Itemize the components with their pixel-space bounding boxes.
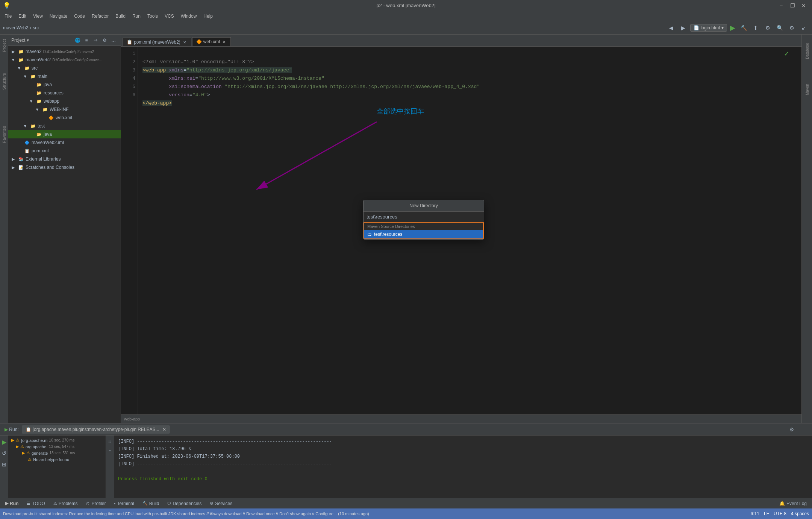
run-tree-item-1[interactable]: ▶ ⚠ org.apache. 13 sec, 547 ms	[10, 443, 104, 450]
suggestion-item-0[interactable]: 🗂 test\resources	[364, 230, 483, 238]
more-run-options-button[interactable]: ⚙	[762, 23, 773, 33]
bottom-tab-run[interactable]: 📋 [org.apache.maven.plugins:maven-archet…	[22, 425, 170, 434]
footer-tab-run[interactable]: ▶ Run	[2, 500, 22, 507]
sidebar-settings-button[interactable]: ⚙	[100, 36, 109, 44]
directory-name-input[interactable]	[364, 212, 484, 222]
menu-item-run[interactable]: Run	[129, 13, 144, 20]
settings-button[interactable]: ⚙	[786, 23, 797, 33]
tab-webxml[interactable]: 🔶 web.xml ✕	[192, 37, 231, 46]
structure-panel-tab[interactable]: Structure	[1, 70, 7, 93]
menu-item-vcs[interactable]: VCS	[162, 13, 177, 20]
run-rerun-button[interactable]: ↺	[0, 448, 9, 458]
collapse-all-button[interactable]: ≡	[82, 36, 91, 44]
sidebar-more-button[interactable]: …	[109, 36, 118, 44]
close-button[interactable]: ✕	[798, 2, 809, 10]
git-update-button[interactable]: ↙	[798, 23, 809, 33]
tree-item-external-libraries[interactable]: ▶ 📚 External Libraries	[8, 155, 121, 163]
build-button[interactable]: 🔨	[738, 23, 749, 33]
menu-item-refactor[interactable]: Refactor	[89, 13, 112, 20]
footer-tab-build[interactable]: 🔨 Build	[139, 500, 163, 507]
tree-item-src[interactable]: ▼ 📁 src	[8, 64, 121, 72]
footer-tab-problems[interactable]: ⚠ Problems	[50, 500, 82, 507]
tree-item-java-test[interactable]: 📂 java	[8, 130, 121, 138]
scroll-to-end-button[interactable]: ↓↓	[105, 436, 115, 446]
resources-folder-icon: 📂	[36, 90, 42, 96]
tree-item-main[interactable]: ▼ 📁 main	[8, 72, 121, 80]
tree-item-iml[interactable]: 🔷 mavenWeb2.iml	[8, 138, 121, 147]
tree-item-webapp[interactable]: ▼ 📁 webapp	[8, 97, 121, 105]
footer-tab-profiler[interactable]: ⏱ Profiler	[82, 500, 109, 507]
project-panel-tab[interactable]: Project	[1, 36, 7, 55]
tree-label: src	[32, 65, 38, 71]
tree-item-pomxml[interactable]: 📋 pom.xml	[8, 147, 121, 155]
tree-item-webinf[interactable]: ▼ 📁 WEB-INF	[8, 105, 121, 114]
tree-item-webxml[interactable]: 🔶 web.xml	[8, 114, 121, 122]
folder-icon: 📁	[24, 65, 30, 71]
menu-item-navigate[interactable]: Navigate	[47, 13, 70, 20]
run-button[interactable]: ▶	[729, 24, 737, 32]
expand-icon	[40, 114, 47, 121]
menu-item-code[interactable]: Code	[71, 13, 88, 20]
footer-tab-dependencies[interactable]: ⬡ Dependencies	[164, 500, 205, 507]
main-content: Project Structure Favorites Project ▾ 🌐 …	[0, 35, 812, 423]
tree-item-maven2[interactable]: ▶ 📁 maven2 D:\Code\IdeaCode\p2\maven2	[8, 47, 121, 56]
soft-wrap-button[interactable]: ≡	[105, 446, 115, 456]
cursor-position[interactable]: 6:11	[751, 511, 759, 516]
update-button[interactable]: ⬆	[750, 23, 761, 33]
tree-label: webapp	[44, 99, 59, 104]
menu-item-view[interactable]: View	[30, 13, 46, 20]
expand-icon: ▼	[28, 98, 35, 105]
project-icon: 📁	[18, 48, 24, 55]
run-tree-item-3[interactable]: ⚠ No archetype founc	[10, 456, 104, 463]
tree-item-scratches[interactable]: ▶ 📝 Scratches and Consoles	[8, 163, 121, 171]
status-bar-right: 6:11 LF UTF-8 4 spaces	[751, 511, 809, 516]
breadcrumb-project[interactable]: mavenWeb2	[3, 25, 28, 30]
maven-panel-tab[interactable]: Maven	[803, 74, 812, 105]
search-button[interactable]: 🔍	[774, 23, 785, 33]
tree-item-java-main[interactable]: 📂 java	[8, 80, 121, 89]
encoding[interactable]: UTF-8	[774, 511, 786, 516]
maximize-button[interactable]: ❐	[787, 2, 798, 10]
expand-icon: ▶	[10, 48, 17, 55]
expand-icon: ▶	[10, 164, 17, 171]
tab-close-webxml[interactable]: ✕	[221, 39, 227, 44]
sidebar-header: Project ▾ 🌐 ≡ ⇒ ⚙ …	[8, 35, 121, 46]
footer-tab-terminal[interactable]: ▪ Terminal	[110, 500, 138, 507]
chevron-down-icon: ▾	[27, 38, 29, 43]
footer-event-log[interactable]: 🔔 Event Log	[776, 500, 810, 507]
tab-close-icon[interactable]: ✕	[162, 427, 166, 432]
bottom-left-actions: ▶ ↺ ⊞	[0, 436, 8, 498]
tree-item-resources-main[interactable]: 📂 resources	[8, 89, 121, 97]
bottom-panel-settings-button[interactable]: ⚙	[786, 425, 797, 434]
autoscroll-button[interactable]: ⇒	[91, 36, 100, 44]
menu-item-help[interactable]: Help	[200, 13, 216, 20]
menu-bar: File Edit View Navigate Code Refactor Bu…	[0, 11, 812, 21]
menu-item-file[interactable]: File	[2, 13, 15, 20]
tab-pomxml[interactable]: 📋 pom.xml (mavenWeb2) ✕	[123, 38, 191, 46]
scope-button[interactable]: 🌐	[73, 36, 82, 44]
bottom-panel-close-button[interactable]: —	[798, 425, 809, 434]
status-message[interactable]: Download pre-built shared indexes: Reduc…	[3, 511, 369, 516]
indent-settings[interactable]: 4 spaces	[791, 511, 809, 516]
footer-tab-todo[interactable]: ☰ TODO	[23, 500, 48, 507]
run-play-button[interactable]: ▶	[0, 437, 9, 447]
run-tree-item-0[interactable]: ▶ ⚠ [org.apache.m 16 sec, 270 ms	[10, 437, 104, 443]
footer-tab-services[interactable]: ⚙ Services	[206, 500, 236, 507]
menu-item-build[interactable]: Build	[112, 13, 129, 20]
menu-item-edit[interactable]: Edit	[15, 13, 29, 20]
breadcrumb-src[interactable]: src	[33, 25, 39, 30]
tree-item-test[interactable]: ▼ 📁 test	[8, 122, 121, 130]
menu-item-window[interactable]: Window	[178, 13, 200, 20]
menu-item-tools[interactable]: Tools	[144, 13, 161, 20]
tab-close-pom[interactable]: ✕	[182, 39, 187, 45]
database-panel-tab[interactable]: Database	[803, 36, 812, 66]
line-ending[interactable]: LF	[764, 511, 769, 516]
navigate-back-button[interactable]: ◀	[666, 23, 677, 33]
tree-item-mavenWeb2[interactable]: ▼ 📁 mavenWeb2 D:\Code\IdeaCode\p2\mave..…	[8, 56, 121, 64]
navigate-forward-button[interactable]: ▶	[678, 23, 689, 33]
minimize-button[interactable]: −	[776, 2, 786, 10]
favorites-panel-tab[interactable]: Favorites	[1, 123, 7, 146]
run-tree-item-2[interactable]: ▶ ⚠ generate 13 sec, 531 ms	[10, 450, 104, 456]
run-filter-button[interactable]: ⊞	[0, 460, 9, 469]
file-selector[interactable]: 📄 login.html ▾	[690, 24, 727, 32]
